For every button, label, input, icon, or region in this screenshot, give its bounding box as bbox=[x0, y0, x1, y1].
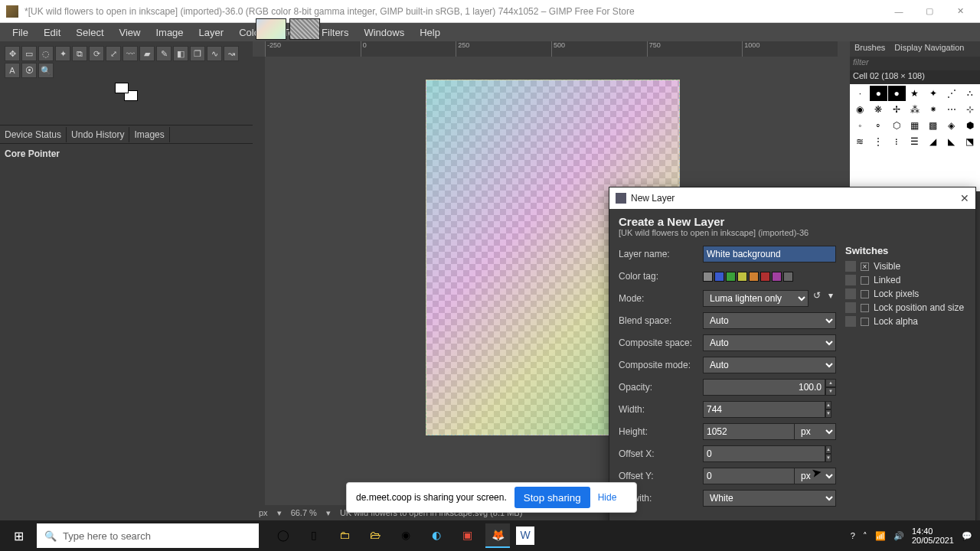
brush-item[interactable]: · bbox=[851, 86, 869, 101]
tab-images[interactable]: Images bbox=[129, 127, 169, 142]
switch-lock-alpha[interactable]: Lock alpha bbox=[845, 316, 966, 327]
tray-notifications-icon[interactable]: 💬 bbox=[962, 531, 972, 541]
menu-select[interactable]: Select bbox=[68, 24, 111, 41]
brush-item[interactable]: ● bbox=[888, 86, 906, 101]
tab-display-navigation[interactable]: Display Navigation bbox=[890, 41, 969, 57]
switch-lock-position-and-size[interactable]: Lock position and size bbox=[845, 302, 966, 313]
color-tag-swatch[interactable] bbox=[749, 272, 759, 282]
image-tab-2[interactable] bbox=[289, 18, 320, 40]
tool-free-select-icon[interactable]: ◌ bbox=[38, 46, 54, 61]
color-tag-swatch[interactable] bbox=[772, 272, 782, 282]
brush-item[interactable]: ◣ bbox=[942, 134, 960, 149]
menu-help[interactable]: Help bbox=[412, 24, 448, 41]
brush-item[interactable]: ⁂ bbox=[906, 102, 924, 117]
size-unit-select[interactable]: px bbox=[794, 423, 836, 440]
tool-pencil-icon[interactable]: ✎ bbox=[156, 46, 172, 61]
tab-device-status[interactable]: Device Status bbox=[0, 127, 67, 142]
tool-bucket-icon[interactable]: ▰ bbox=[139, 46, 155, 61]
brush-item[interactable]: ∴ bbox=[961, 86, 978, 101]
switch-checkbox[interactable] bbox=[861, 276, 869, 285]
brush-item[interactable]: ◢ bbox=[924, 134, 942, 149]
hide-share-button[interactable]: Hide bbox=[598, 492, 617, 503]
menu-image[interactable]: Image bbox=[148, 24, 191, 41]
brush-filter-input[interactable]: filter bbox=[850, 57, 980, 70]
switch-checkbox[interactable] bbox=[861, 290, 869, 298]
tool-clone-icon[interactable]: ❐ bbox=[190, 46, 205, 61]
taskbar-app-red-icon[interactable]: ▣ bbox=[455, 523, 479, 548]
opacity-input[interactable] bbox=[703, 379, 825, 396]
taskbar-explorer-icon[interactable]: 🗀 bbox=[332, 523, 357, 548]
fg-bg-colors[interactable] bbox=[115, 83, 138, 101]
fg-color-swatch[interactable] bbox=[115, 83, 129, 93]
switch-visible[interactable]: Visible bbox=[845, 261, 966, 272]
taskbar-app[interactable]: ▯ bbox=[302, 523, 326, 548]
tray-volume-icon[interactable]: 🔊 bbox=[893, 531, 904, 541]
color-tag-swatch[interactable] bbox=[726, 272, 736, 282]
start-button[interactable]: ⊞ bbox=[0, 520, 37, 551]
image-tab-1[interactable] bbox=[256, 18, 286, 40]
fill-with-select[interactable]: White bbox=[703, 490, 836, 507]
tool-path-icon[interactable]: ↝ bbox=[224, 46, 239, 61]
composite-mode-select[interactable]: Auto bbox=[703, 357, 836, 373]
brush-item[interactable]: ⫶ bbox=[888, 134, 906, 149]
taskbar-chrome-icon[interactable]: ◉ bbox=[394, 523, 418, 548]
menu-file[interactable]: File bbox=[5, 24, 36, 41]
brush-item[interactable]: ▩ bbox=[924, 118, 942, 133]
tool-rotate-icon[interactable]: ⟳ bbox=[89, 46, 104, 61]
menu-windows[interactable]: Windows bbox=[356, 24, 412, 41]
tool-crop-icon[interactable]: ⧉ bbox=[72, 46, 87, 61]
tab-brushes[interactable]: Brushes bbox=[850, 41, 890, 57]
brush-item[interactable]: ⬡ bbox=[888, 118, 906, 133]
stop-sharing-button[interactable]: Stop sharing bbox=[514, 487, 590, 508]
tray-clock[interactable]: 14:40 20/05/2021 bbox=[912, 527, 954, 545]
blend-space-select[interactable]: Auto bbox=[703, 312, 836, 329]
tool-warp-icon[interactable]: 〰 bbox=[122, 46, 138, 61]
brush-item[interactable]: ● bbox=[870, 86, 887, 101]
switch-checkbox[interactable] bbox=[861, 304, 869, 312]
dialog-close-button[interactable]: ✕ bbox=[960, 192, 969, 204]
menu-view[interactable]: View bbox=[112, 24, 149, 41]
composite-space-select[interactable]: Auto bbox=[703, 334, 836, 351]
brush-item[interactable]: ⋮ bbox=[870, 134, 887, 149]
tool-smudge-icon[interactable]: ∿ bbox=[207, 46, 222, 61]
tool-move-icon[interactable]: ✥ bbox=[5, 46, 20, 61]
switch-checkbox[interactable] bbox=[861, 262, 869, 271]
dialog-titlebar[interactable]: New Layer ✕ bbox=[609, 187, 975, 209]
brush-item[interactable]: ◉ bbox=[851, 102, 869, 117]
taskbar-folder-icon[interactable]: 🗁 bbox=[363, 523, 387, 548]
width-input[interactable] bbox=[703, 401, 825, 418]
tool-eraser-icon[interactable]: ◧ bbox=[173, 46, 188, 61]
color-tag-swatch[interactable] bbox=[737, 272, 747, 282]
switch-lock-pixels[interactable]: Lock pixels bbox=[845, 289, 966, 299]
maximize-button[interactable]: ▢ bbox=[916, 4, 943, 19]
switch-checkbox[interactable] bbox=[861, 318, 869, 326]
color-tag-swatch[interactable] bbox=[714, 272, 724, 282]
tool-fuzzy-select-icon[interactable]: ✦ bbox=[55, 46, 70, 61]
tray-help-icon[interactable]: ? bbox=[851, 531, 855, 540]
tab-undo-history[interactable]: Undo History bbox=[67, 127, 129, 142]
brush-item[interactable]: ⋯ bbox=[942, 102, 960, 117]
brush-item[interactable]: ⊹ bbox=[961, 102, 978, 117]
mode-reset-icon[interactable]: ↺ bbox=[812, 290, 822, 307]
brush-item[interactable]: ⬢ bbox=[961, 118, 978, 133]
brush-item[interactable]: ❋ bbox=[870, 102, 887, 117]
layer-name-input[interactable] bbox=[703, 246, 836, 262]
brush-item[interactable]: ◈ bbox=[942, 118, 960, 133]
menu-edit[interactable]: Edit bbox=[36, 24, 68, 41]
task-view-icon[interactable]: ◯ bbox=[271, 523, 296, 548]
minimize-button[interactable]: — bbox=[885, 4, 913, 19]
taskbar-word-icon[interactable]: W bbox=[516, 527, 534, 545]
tool-scale-icon[interactable]: ⤢ bbox=[106, 46, 121, 61]
tool-text-icon[interactable]: A bbox=[5, 63, 20, 78]
taskbar-edge-icon[interactable]: ◐ bbox=[424, 523, 449, 548]
tray-wifi-icon[interactable]: 📶 bbox=[875, 531, 886, 541]
status-unit[interactable]: px bbox=[259, 508, 268, 517]
mode-select[interactable]: Luma lighten only bbox=[703, 290, 808, 307]
taskbar-search[interactable]: 🔍 Type here to search bbox=[37, 523, 259, 548]
color-tag-swatch[interactable] bbox=[703, 272, 713, 282]
brush-item[interactable]: ★ bbox=[906, 86, 924, 101]
color-tag-swatch[interactable] bbox=[783, 272, 793, 282]
brush-item[interactable]: ∘ bbox=[870, 118, 887, 133]
brush-item[interactable]: ✢ bbox=[888, 102, 906, 117]
status-zoom[interactable]: 66.7 % bbox=[291, 508, 317, 517]
